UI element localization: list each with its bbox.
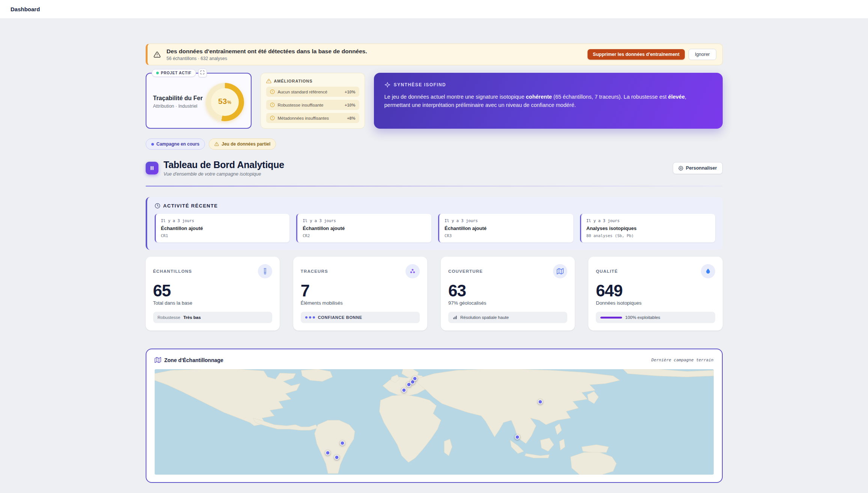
world-map[interactable] [155,369,714,475]
molecule-icon [405,264,420,278]
expand-project-button[interactable] [198,69,207,77]
kpi-value: 649 [596,282,715,299]
synthesis-card: SYNTHÈSE ISOFIND Le jeu de données actue… [374,73,723,129]
activity-card[interactable]: Il y a 3 jours Analyses isotopiques 80 a… [580,214,715,242]
synthesis-title: SYNTHÈSE ISOFIND [394,82,446,87]
improvement-label: Robustesse insuffisante [278,103,342,107]
delete-training-data-button[interactable]: Supprimer les données d'entraînement [588,49,685,60]
recent-activity-title: ACTIVITÉ RÉCENTE [163,203,218,209]
campaign-chip-label: Campagne en cours [157,141,200,147]
kpi-subtitle: Éléments mobilisés [301,300,420,306]
sampling-zone-card: Zone d'Échantillonnage Dernière campagne… [146,349,723,483]
project-title: Traçabilité du Fer [153,95,203,102]
project-gauge-label: 53 % [211,88,239,116]
map-title: Zone d'Échantillonnage [164,357,223,363]
project-body: Traçabilité du Fer Attribution · Industr… [153,82,244,122]
customize-button[interactable]: Personnaliser [673,162,723,174]
map-marker[interactable] [334,455,339,460]
activity-title: Échantillon ajouté [161,225,285,231]
kpi-subtitle: Données isotopiques [596,300,715,306]
training-data-alert: Des données d'entraînement ont été détec… [146,44,723,65]
map-icon [553,264,567,278]
footer-value: Très bas [183,315,201,320]
app-root: Dashboard Des données d'entraînement ont… [0,0,868,483]
customize-button-label: Personnaliser [686,165,717,171]
improvements-card: AMÉLIORATIONS Aucun standard référencé +… [261,73,365,129]
status-dot-icon [156,72,159,74]
improvements-header: AMÉLIORATIONS [266,78,359,84]
warning-triangle-icon [266,78,271,84]
coverage-kpi-card[interactable]: COUVERTURE 63 97% géolocalisés Résolutio… [441,257,575,331]
project-active-badge: PROJET ACTIF [152,69,196,77]
synthesis-text: Le jeu de données actuel montre une sign… [384,93,712,110]
gauge-unit: % [227,100,231,105]
project-badge-label: PROJET ACTIF [161,71,191,75]
improvement-item[interactable]: Métadonnées insuffisantes +8% [266,113,359,123]
tracers-kpi-card[interactable]: TRACEURS 7 Éléments mobilisés CONFIANCE … [293,257,427,331]
footer-value: Résolution spatiale haute [460,315,509,320]
map-marker[interactable] [401,388,406,392]
kpi-subtitle: 97% géolocalisés [448,300,567,306]
section-header: Tableau de Bord Analytique Vue d'ensembl… [146,159,723,177]
clock-icon [155,203,160,209]
activity-detail: CR2 [303,233,426,238]
activity-time: Il y a 3 jours [303,218,426,223]
topbar: Dashboard [0,0,868,19]
activity-title: Analyses isotopiques [586,225,710,231]
campaign-chip[interactable]: Campagne en cours [146,138,205,150]
project-subtitle: Attribution · Industriel [153,104,203,109]
map-marker[interactable] [413,376,417,381]
map-marker[interactable] [326,451,330,455]
quality-kpi-card[interactable]: QUALITÉ 649 Données isotopiques 100% exp… [588,257,722,331]
kpi-top: COUVERTURE [448,264,567,278]
world-map-svg [155,369,714,475]
topbar-title[interactable]: Dashboard [11,6,40,12]
kpi-top: TRACEURS [301,264,420,278]
kpi-footer: Résolution spatiale haute [448,312,567,323]
sparkle-icon [384,82,390,88]
alert-meta: 56 échantillons · 632 analyses [167,56,367,61]
active-project-card[interactable]: PROJET ACTIF Traçabilité du Fer Attribut… [146,73,252,129]
test-tube-icon [258,264,272,278]
alert-title: Des données d'entraînement ont été détec… [167,48,367,55]
improvements-title: AMÉLIORATIONS [274,79,313,83]
partial-dataset-chip[interactable]: Jeu de données partiel [209,138,276,150]
activity-card[interactable]: Il y a 3 jours Échantillon ajouté CR2 [296,214,431,242]
samples-kpi-card[interactable]: ÉCHANTILLONS 65 Total dans la base Robus… [146,257,280,331]
improvement-delta: +10% [345,90,355,94]
quality-progress-fill [600,317,622,319]
activity-time: Il y a 3 jours [161,218,285,223]
map-marker[interactable] [538,400,542,404]
page-title: Tableau de Bord Analytique [164,159,284,170]
kpi-footer: Robustesse Très bas [153,312,272,323]
chips-row: Campagne en cours Jeu de données partiel [146,138,723,150]
map-marker[interactable] [340,441,345,446]
quality-progress-track [600,317,622,319]
activity-card[interactable]: Il y a 3 jours Échantillon ajouté CR3 [438,214,573,242]
project-badge-row: PROJET ACTIF [152,69,207,77]
improvement-item[interactable]: Aucun standard référencé +10% [266,87,359,97]
top-cards-row: PROJET ACTIF Traçabilité du Fer Attribut… [146,73,723,129]
project-info: Traçabilité du Fer Attribution · Industr… [153,95,203,109]
alert-circle-icon [270,102,275,107]
activity-cards: Il y a 3 jours Échantillon ajouté CR1 Il… [155,214,715,242]
map-icon [155,357,161,363]
map-caption: Dernière campagne terrain [651,358,714,362]
map-marker[interactable] [515,435,520,440]
warning-triangle-icon [154,51,161,58]
kpi-label: TRACEURS [301,269,328,274]
status-dot-icon [151,143,154,146]
synthesis-bold-2: élevée [668,94,685,100]
activity-card[interactable]: Il y a 3 jours Échantillon ajouté CR1 [155,214,290,242]
kpi-top: QUALITÉ [596,264,715,278]
pause-icon [146,162,158,174]
kpi-footer: CONFIANCE BONNE [301,312,420,323]
footer-value: CONFIANCE BONNE [318,315,362,320]
recent-activity-header: ACTIVITÉ RÉCENTE [155,203,715,209]
main-content: Des données d'entraînement ont été détec… [146,19,723,483]
improvement-label: Aucun standard référencé [278,90,342,94]
ignore-button[interactable]: Ignorer [689,49,716,60]
improvement-item[interactable]: Robustesse insuffisante +10% [266,100,359,110]
synthesis-header: SYNTHÈSE ISOFIND [384,82,712,88]
droplet-icon [701,264,715,278]
